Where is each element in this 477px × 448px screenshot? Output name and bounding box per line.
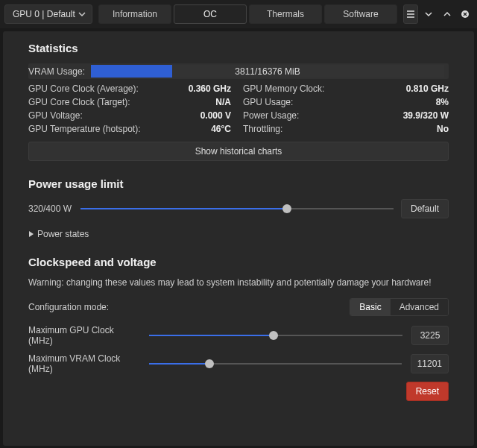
gpu-clock-slider[interactable] — [149, 329, 402, 341]
tab-thermals[interactable]: Thermals — [249, 4, 322, 24]
hamburger-icon — [405, 9, 416, 19]
gpu-selector[interactable]: GPU 0 | Default — [4, 4, 92, 24]
clock-warning: Warning: changing these values may lead … — [28, 277, 449, 288]
tab-information[interactable]: Information — [98, 4, 171, 24]
close-button[interactable] — [458, 4, 473, 24]
power-default-button[interactable]: Default — [401, 199, 449, 218]
show-historical-button[interactable]: Show historical charts — [28, 142, 449, 161]
mode-basic-button[interactable]: Basic — [350, 299, 390, 315]
chevron-down-icon — [78, 10, 86, 18]
clock-title: Clockspeed and voltage — [28, 256, 449, 268]
stat-label: GPU Usage: — [243, 97, 403, 107]
reset-row: Reset — [28, 382, 449, 401]
stat-value: 8% — [403, 97, 449, 107]
config-mode-segmented: Basic Advanced — [350, 298, 449, 316]
triangle-right-icon — [28, 231, 34, 237]
vram-clock-row: Maximum VRAM Clock (MHz) 11201 — [28, 353, 449, 374]
gpu-selector-label: GPU 0 | Default — [13, 9, 78, 19]
gpu-clock-value[interactable]: 3225 — [411, 326, 449, 345]
stat-value: 0.360 GHz — [189, 83, 231, 94]
vram-label: VRAM Usage: — [28, 66, 85, 77]
gpu-clock-label: Maximum GPU Clock (MHz) — [28, 325, 140, 346]
power-title: Power usage limit — [28, 177, 449, 190]
vram-clock-value[interactable]: 11201 — [411, 354, 449, 373]
tab-oc[interactable]: OC — [174, 4, 247, 24]
chevron-up-icon — [443, 10, 452, 19]
toolbar: GPU 0 | Default Information OC Thermals … — [0, 0, 477, 28]
collapse-up-button[interactable] — [440, 4, 455, 24]
tab-software[interactable]: Software — [324, 4, 397, 24]
vram-fill — [91, 65, 172, 78]
stat-label: GPU Memory Clock: — [243, 83, 403, 94]
gpu-clock-row: Maximum GPU Clock (MHz) 3225 — [28, 325, 449, 346]
stat-value: 0.000 V — [189, 110, 231, 121]
mode-advanced-button[interactable]: Advanced — [391, 299, 448, 315]
statistics-title: Statistics — [28, 42, 449, 54]
menu-button[interactable] — [403, 4, 418, 24]
stats-grid: GPU Core Clock (Average): 0.360 GHz GPU … — [28, 83, 449, 134]
chevron-down-icon — [424, 10, 433, 19]
stat-value: 46°C — [189, 124, 231, 134]
stat-label: GPU Core Clock (Average): — [28, 83, 189, 94]
power-states-label: Power states — [37, 229, 89, 239]
stat-label: GPU Core Clock (Target): — [28, 97, 189, 107]
vram-clock-label: Maximum VRAM Clock (MHz) — [28, 353, 140, 374]
stat-label: Power Usage: — [243, 110, 403, 121]
vram-text: 3811/16376 MiB — [235, 66, 300, 77]
config-mode-row: Configuration mode: Basic Advanced — [28, 298, 449, 316]
vram-clock-slider[interactable] — [149, 358, 402, 370]
power-states-toggle[interactable]: Power states — [28, 229, 449, 239]
stat-label: Throttling: — [243, 124, 403, 134]
stat-label: GPU Voltage: — [28, 110, 189, 121]
power-limit-slider[interactable] — [80, 203, 394, 215]
stat-label: GPU Temperature (hotspot): — [28, 124, 189, 134]
stat-value: 39.9/320 W — [403, 110, 449, 121]
tabs: Information OC Thermals Software — [98, 4, 397, 24]
vram-usage-row: VRAM Usage: 3811/16376 MiB — [28, 63, 449, 79]
collapse-down-button[interactable] — [421, 4, 436, 24]
stat-value: 0.810 GHz — [403, 83, 449, 94]
close-icon — [461, 10, 470, 19]
vram-progressbar: 3811/16376 MiB — [91, 65, 444, 78]
config-mode-label: Configuration mode: — [28, 302, 350, 312]
content: Statistics VRAM Usage: 3811/16376 MiB GP… — [3, 31, 474, 446]
power-limit-label: 320/400 W — [28, 204, 73, 214]
stat-value: No — [403, 124, 449, 134]
reset-button[interactable]: Reset — [406, 382, 449, 401]
power-limit-row: 320/400 W Default — [28, 199, 449, 218]
stat-value: N/A — [189, 97, 231, 107]
